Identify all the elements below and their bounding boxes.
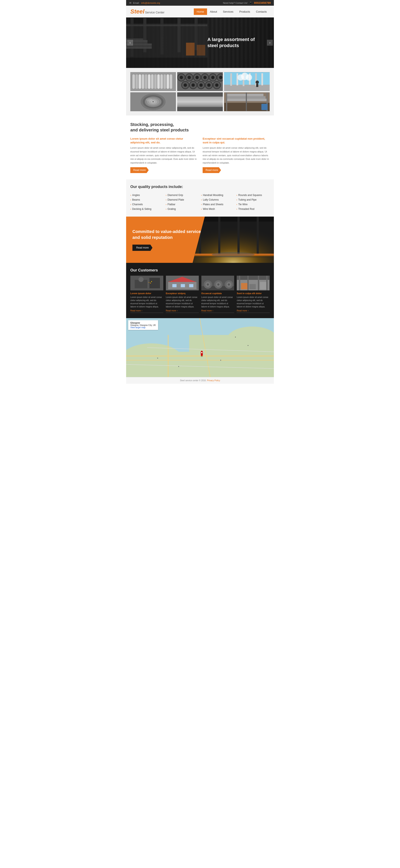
hero-next-button[interactable]: ›: [267, 40, 273, 45]
svg-point-124: [217, 283, 219, 285]
svg-rect-29: [167, 74, 169, 89]
svg-point-108: [150, 283, 151, 283]
product-wire-mesh[interactable]: › Wire Mesh: [201, 207, 234, 211]
product-rounds[interactable]: › Rounds and Squares: [236, 193, 270, 197]
svg-point-74: [153, 101, 154, 102]
arrow-icon-3: ›: [212, 310, 213, 312]
chevron-icon-8: ›: [166, 208, 166, 210]
svg-point-43: [219, 76, 222, 79]
product-tubing[interactable]: › Tubing and Pipe: [236, 197, 270, 202]
product-threaded-rod[interactable]: › Threaded Rod: [236, 207, 270, 211]
map-view-larger[interactable]: View larger map: [130, 326, 145, 329]
customer-title-3: Occaecat cupidata: [201, 292, 234, 294]
customer-card-2: Excepteur sintprq Lorem ipsum dolor sit …: [166, 276, 199, 313]
customer-link-4[interactable]: Read more ›: [237, 310, 270, 313]
svg-rect-60: [255, 73, 257, 86]
customer-link-1[interactable]: Read more ›: [130, 310, 163, 313]
main-nav: Home About Services Products Contacts: [194, 8, 270, 15]
svg-rect-115: [181, 284, 185, 287]
svg-point-35: [188, 76, 191, 79]
footer-privacy-link[interactable]: Privacy Policy: [207, 379, 220, 382]
svg-rect-25: [154, 74, 157, 89]
svg-rect-16: [197, 45, 205, 56]
nav-products[interactable]: Products: [236, 8, 253, 15]
read-more-btn-1[interactable]: Read more: [130, 167, 148, 173]
cta-banner: Committed to value-added service and sol…: [126, 217, 274, 263]
product-handrail[interactable]: › Handrail Moulding: [201, 193, 234, 197]
cta-read-more-button[interactable]: Read more: [132, 245, 153, 251]
nav-home[interactable]: Home: [194, 8, 207, 15]
top-bar: ✉ Email: info@demoink.org Need help? Con…: [126, 0, 274, 6]
hero-prev-button[interactable]: ‹: [127, 40, 133, 45]
product-grating[interactable]: › Grating: [166, 207, 199, 211]
products-col-1: › Angles › Beams › Channels › Decking & …: [130, 193, 164, 211]
gallery-svg-4: [130, 92, 176, 111]
chevron-icon-12: ›: [201, 208, 202, 210]
product-diamond-grip[interactable]: › Diamond Grip: [166, 193, 199, 197]
svg-rect-15: [186, 43, 195, 56]
svg-point-103: [212, 252, 255, 257]
arrow-icon-2: ›: [177, 310, 178, 312]
svg-rect-90: [246, 93, 247, 111]
svg-rect-130: [239, 276, 240, 290]
product-diamond-plate[interactable]: › Diamond Plate: [166, 197, 199, 202]
svg-rect-88: [226, 93, 227, 111]
chevron-icon-4: ›: [130, 208, 131, 210]
customers-section: Our Customers Lorem ipsum dolor Lorem ip…: [126, 263, 274, 318]
svg-point-33: [180, 76, 183, 79]
product-plates[interactable]: › Plates and Sheets: [201, 202, 234, 207]
product-angles[interactable]: › Angles: [130, 193, 164, 197]
svg-rect-78: [177, 96, 223, 107]
svg-rect-57: [236, 73, 238, 85]
product-lally[interactable]: › Lally Columns: [201, 197, 234, 202]
svg-rect-91: [262, 104, 268, 110]
customers-grid: Lorem ipsum dolor Lorem ipsum dolor sit …: [130, 276, 270, 313]
customer-img-3: [201, 276, 234, 290]
chevron-icon-15: ›: [236, 203, 237, 206]
gallery-item-2: [177, 72, 223, 91]
hero-title: A large assortment of steel products: [207, 37, 265, 49]
chevron-icon-5: ›: [166, 194, 166, 196]
gallery-svg-1: [130, 72, 176, 91]
customer-link-3[interactable]: Read more ›: [201, 310, 234, 313]
svg-rect-20: [138, 74, 141, 89]
gallery-item-5: [177, 92, 223, 111]
svg-rect-26: [157, 74, 160, 89]
gallery-item-4: [130, 92, 176, 111]
customer-body-1: Lorem ipsum dolor sit amet conse ctetur …: [130, 296, 163, 308]
nav-contacts[interactable]: Contacts: [253, 8, 270, 15]
cta-heading: Committed to value-added service and sol…: [132, 228, 201, 240]
cta-text-block: Committed to value-added service and sol…: [126, 222, 207, 257]
top-bar-left: ✉ Email: info@demoink.org: [129, 1, 160, 4]
product-flatbar[interactable]: › Flatbar: [166, 202, 199, 207]
arrow-icon-4: ›: [248, 310, 249, 312]
svg-rect-61: [262, 73, 263, 85]
product-decking[interactable]: › Decking & Siding: [130, 207, 164, 211]
gallery-section: [126, 68, 274, 116]
email-link[interactable]: info@demoink.org: [141, 2, 160, 4]
map-address: Glasgow, Glasgow City, UK: [130, 324, 156, 326]
svg-rect-98: [218, 217, 220, 255]
read-more-btn-2[interactable]: Read more: [203, 167, 221, 173]
svg-point-106: [138, 277, 143, 282]
svg-rect-129: [237, 276, 269, 280]
svg-rect-96: [193, 217, 274, 222]
svg-rect-28: [164, 74, 166, 89]
product-tie-wire[interactable]: › Tie Wire: [236, 202, 270, 207]
chevron-icon-13: ›: [236, 194, 237, 196]
chevron-icon-1: ›: [130, 194, 131, 196]
nav-about[interactable]: About: [207, 8, 220, 15]
product-beams[interactable]: › Beams: [130, 197, 164, 202]
svg-point-47: [192, 84, 195, 87]
customer-link-2[interactable]: Read more ›: [166, 310, 199, 313]
gallery-item-1: [130, 72, 176, 91]
svg-rect-107: [149, 278, 160, 288]
chevron-icon-16: ›: [236, 208, 237, 210]
phone-number[interactable]: 80023456789: [254, 1, 271, 4]
svg-point-121: [207, 283, 209, 285]
nav-services[interactable]: Services: [220, 8, 236, 15]
svg-rect-19: [136, 74, 138, 89]
gallery-item-6: [224, 92, 270, 111]
product-channels[interactable]: › Channels: [130, 202, 164, 207]
help-text: Need help? Contact Us!: [223, 2, 247, 4]
